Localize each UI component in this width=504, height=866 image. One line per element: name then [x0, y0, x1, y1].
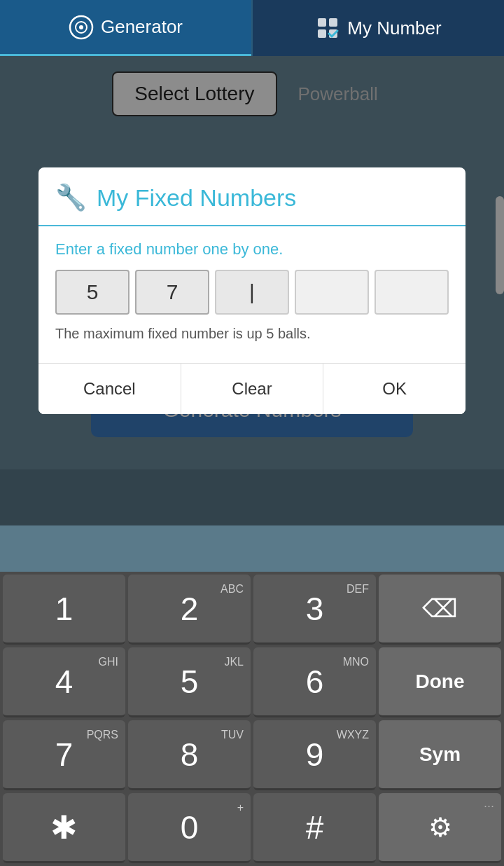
- keyboard-row-3: PQRS 7 TUV 8 WXYZ 9 Sym: [3, 720, 501, 790]
- key-5[interactable]: JKL 5: [128, 647, 251, 717]
- sym-label: Sym: [419, 743, 461, 766]
- modal-header: 🔧 My Fixed Numbers: [38, 167, 465, 226]
- cancel-button[interactable]: Cancel: [38, 364, 181, 414]
- keyboard: 1 ABC 2 DEF 3 ⌫ GHI 4 JKL 5 MNO 6 Done: [0, 572, 504, 866]
- key-8-label: 8: [181, 738, 199, 771]
- key-2-label: 2: [181, 593, 199, 625]
- gear-icon: ⚙: [428, 814, 452, 841]
- svg-rect-5: [318, 29, 326, 38]
- number-box-1[interactable]: 5: [55, 270, 130, 315]
- key-5-label: 5: [181, 666, 199, 698]
- key-4[interactable]: GHI 4: [3, 647, 125, 717]
- key-7[interactable]: PQRS 7: [3, 720, 125, 790]
- modal-actions: Cancel Clear OK: [38, 363, 465, 414]
- keyboard-row-1: 1 ABC 2 DEF 3 ⌫: [3, 575, 501, 645]
- key-8-sub: TUV: [221, 729, 244, 741]
- number-box-2[interactable]: 7: [135, 270, 209, 315]
- number-box-4[interactable]: [295, 270, 369, 315]
- key-hash[interactable]: #: [253, 793, 376, 863]
- key-done[interactable]: Done: [379, 647, 501, 717]
- key-8[interactable]: TUV 8: [128, 720, 251, 790]
- key-9-sub: WXYZ: [337, 729, 369, 741]
- tab-my-number[interactable]: My Number: [253, 0, 504, 56]
- key-7-label: 7: [55, 738, 74, 771]
- key-9-label: 9: [306, 738, 324, 771]
- key-0[interactable]: + 0: [128, 793, 251, 863]
- key-0-label: 0: [181, 811, 199, 844]
- number-box-5[interactable]: [374, 270, 449, 315]
- tab-bar: Generator My Number: [0, 0, 504, 56]
- number-boxes: 5 7 |: [55, 270, 449, 315]
- ok-button[interactable]: OK: [323, 364, 465, 414]
- key-backspace[interactable]: ⌫: [379, 575, 501, 645]
- key-6-sub: MNO: [343, 656, 369, 668]
- key-star[interactable]: ✱: [3, 793, 125, 863]
- my-number-icon: [315, 15, 340, 41]
- key-2-sub: ABC: [220, 583, 244, 596]
- fixed-numbers-modal: 🔧 My Fixed Numbers Enter a fixed number …: [38, 167, 465, 414]
- key-1[interactable]: 1: [3, 575, 125, 645]
- modal-title: My Fixed Numbers: [97, 184, 296, 212]
- done-label: Done: [416, 671, 465, 693]
- keyboard-row-2: GHI 4 JKL 5 MNO 6 Done: [3, 647, 501, 717]
- clear-button[interactable]: Clear: [181, 364, 324, 414]
- tab-generator-label: Generator: [101, 16, 183, 38]
- key-6[interactable]: MNO 6: [253, 647, 376, 717]
- star-label: ✱: [50, 811, 78, 844]
- key-0-sub: +: [237, 802, 244, 814]
- key-6-label: 6: [306, 666, 324, 698]
- tab-my-number-label: My Number: [347, 18, 441, 39]
- key-5-sub: JKL: [224, 656, 244, 668]
- number-box-3[interactable]: |: [215, 270, 289, 315]
- key-gear[interactable]: ··· ⚙: [379, 793, 501, 863]
- modal-instruction: Enter a fixed number one by one.: [55, 240, 449, 259]
- svg-point-2: [79, 25, 83, 29]
- modal-body: Enter a fixed number one by one. 5 7 | T…: [38, 226, 465, 363]
- modal-overlay: 🔧 My Fixed Numbers Enter a fixed number …: [0, 56, 504, 525]
- max-note: The maximum fixed number is up 5 balls.: [55, 326, 449, 342]
- key-3[interactable]: DEF 3: [253, 575, 376, 645]
- dots-label: ···: [484, 799, 494, 813]
- key-9[interactable]: WXYZ 9: [253, 720, 376, 790]
- key-2[interactable]: ABC 2: [128, 575, 251, 645]
- key-3-label: 3: [306, 593, 324, 625]
- key-sym[interactable]: Sym: [379, 720, 501, 790]
- wrench-icon: 🔧: [55, 183, 87, 212]
- backspace-icon: ⌫: [422, 596, 458, 621]
- key-4-sub: GHI: [99, 656, 118, 668]
- scroll-indicator: [496, 196, 504, 294]
- key-4-label: 4: [55, 666, 74, 698]
- svg-rect-3: [318, 18, 326, 27]
- hash-label: #: [306, 811, 324, 844]
- key-7-sub: PQRS: [87, 729, 118, 741]
- generator-icon: [69, 15, 94, 40]
- key-1-label: 1: [55, 593, 74, 625]
- main-content: Select Lottery Powerball A 5 7 9 46 63 1…: [0, 56, 504, 469]
- tab-generator[interactable]: Generator: [0, 0, 251, 56]
- svg-rect-4: [329, 18, 337, 27]
- keyboard-row-4: ✱ + 0 # ··· ⚙: [3, 793, 501, 863]
- key-3-sub: DEF: [346, 583, 369, 596]
